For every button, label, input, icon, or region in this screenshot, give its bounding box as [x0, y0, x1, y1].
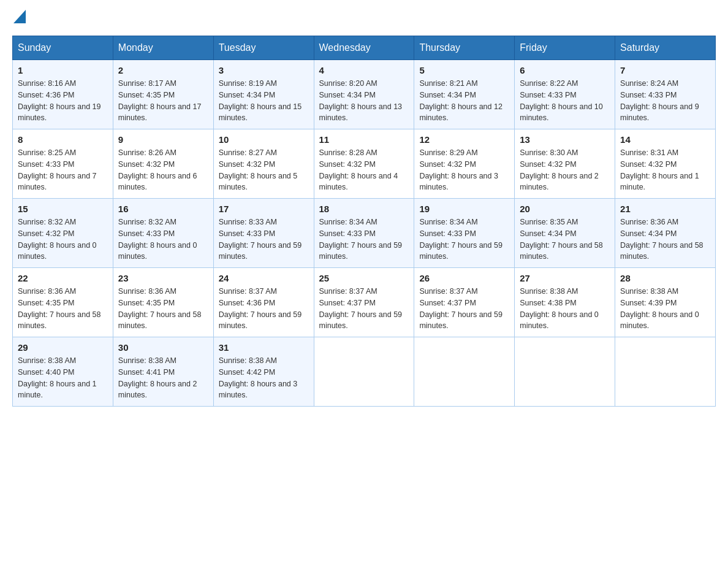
calendar-cell [615, 337, 716, 407]
day-number: 28 [620, 273, 710, 283]
day-number: 4 [319, 65, 409, 75]
weekday-header-friday: Friday [515, 36, 615, 60]
day-number: 25 [319, 273, 409, 283]
logo-triangle-icon [13, 10, 26, 23]
weekday-header-sunday: Sunday [13, 36, 113, 60]
day-info: Sunrise: 8:38 AMSunset: 4:40 PMDaylight:… [18, 355, 108, 401]
calendar-cell: 22Sunrise: 8:36 AMSunset: 4:35 PMDayligh… [13, 268, 113, 337]
calendar-cell: 24Sunrise: 8:37 AMSunset: 4:36 PMDayligh… [213, 268, 314, 337]
logo [12, 12, 26, 23]
week-row: 29Sunrise: 8:38 AMSunset: 4:40 PMDayligh… [13, 337, 716, 407]
day-number: 10 [219, 134, 309, 145]
page-header [12, 12, 716, 23]
day-info: Sunrise: 8:36 AMSunset: 4:34 PMDaylight:… [620, 216, 710, 262]
calendar-cell: 11Sunrise: 8:28 AMSunset: 4:32 PMDayligh… [314, 129, 414, 199]
svg-marker-0 [13, 10, 26, 23]
day-info: Sunrise: 8:37 AMSunset: 4:37 PMDaylight:… [319, 286, 409, 332]
day-number: 26 [419, 273, 509, 283]
day-info: Sunrise: 8:37 AMSunset: 4:37 PMDaylight:… [419, 286, 509, 332]
calendar-cell: 29Sunrise: 8:38 AMSunset: 4:40 PMDayligh… [13, 337, 113, 407]
day-info: Sunrise: 8:27 AMSunset: 4:32 PMDaylight:… [219, 147, 309, 193]
day-info: Sunrise: 8:28 AMSunset: 4:32 PMDaylight:… [319, 147, 409, 193]
day-info: Sunrise: 8:34 AMSunset: 4:33 PMDaylight:… [319, 216, 409, 262]
day-info: Sunrise: 8:20 AMSunset: 4:34 PMDaylight:… [319, 78, 409, 124]
day-info: Sunrise: 8:31 AMSunset: 4:32 PMDaylight:… [620, 147, 710, 193]
calendar-cell: 2Sunrise: 8:17 AMSunset: 4:35 PMDaylight… [113, 60, 213, 129]
day-number: 13 [520, 134, 610, 145]
day-number: 31 [219, 342, 309, 353]
day-number: 14 [620, 134, 710, 145]
day-number: 19 [419, 204, 509, 214]
day-info: Sunrise: 8:37 AMSunset: 4:36 PMDaylight:… [219, 286, 309, 332]
calendar-cell: 14Sunrise: 8:31 AMSunset: 4:32 PMDayligh… [615, 129, 716, 199]
day-number: 15 [18, 204, 108, 214]
calendar-cell: 23Sunrise: 8:36 AMSunset: 4:35 PMDayligh… [113, 268, 213, 337]
calendar-cell: 7Sunrise: 8:24 AMSunset: 4:33 PMDaylight… [615, 60, 716, 129]
day-number: 16 [118, 204, 208, 214]
day-number: 22 [18, 273, 108, 283]
calendar-cell: 9Sunrise: 8:26 AMSunset: 4:32 PMDaylight… [113, 129, 213, 199]
calendar-cell: 17Sunrise: 8:33 AMSunset: 4:33 PMDayligh… [213, 199, 314, 268]
day-info: Sunrise: 8:32 AMSunset: 4:33 PMDaylight:… [118, 216, 208, 262]
day-info: Sunrise: 8:35 AMSunset: 4:34 PMDaylight:… [520, 216, 610, 262]
calendar-table: SundayMondayTuesdayWednesdayThursdayFrid… [12, 36, 716, 407]
day-number: 3 [219, 65, 309, 75]
day-number: 27 [520, 273, 610, 283]
calendar-cell: 31Sunrise: 8:38 AMSunset: 4:42 PMDayligh… [213, 337, 314, 407]
day-number: 6 [520, 65, 610, 75]
day-info: Sunrise: 8:21 AMSunset: 4:34 PMDaylight:… [419, 78, 509, 124]
weekday-header-monday: Monday [113, 36, 213, 60]
calendar-cell: 1Sunrise: 8:16 AMSunset: 4:36 PMDaylight… [13, 60, 113, 129]
weekday-header-saturday: Saturday [615, 36, 716, 60]
calendar-cell: 6Sunrise: 8:22 AMSunset: 4:33 PMDaylight… [515, 60, 615, 129]
calendar-cell: 5Sunrise: 8:21 AMSunset: 4:34 PMDaylight… [414, 60, 515, 129]
week-row: 8Sunrise: 8:25 AMSunset: 4:33 PMDaylight… [13, 129, 716, 199]
weekday-header-row: SundayMondayTuesdayWednesdayThursdayFrid… [13, 36, 716, 60]
calendar-cell: 15Sunrise: 8:32 AMSunset: 4:32 PMDayligh… [13, 199, 113, 268]
calendar-cell: 30Sunrise: 8:38 AMSunset: 4:41 PMDayligh… [113, 337, 213, 407]
day-info: Sunrise: 8:34 AMSunset: 4:33 PMDaylight:… [419, 216, 509, 262]
day-number: 23 [118, 273, 208, 283]
day-number: 8 [18, 134, 108, 145]
day-number: 12 [419, 134, 509, 145]
day-number: 5 [419, 65, 509, 75]
day-number: 9 [118, 134, 208, 145]
week-row: 22Sunrise: 8:36 AMSunset: 4:35 PMDayligh… [13, 268, 716, 337]
day-info: Sunrise: 8:32 AMSunset: 4:32 PMDaylight:… [18, 216, 108, 262]
week-row: 1Sunrise: 8:16 AMSunset: 4:36 PMDaylight… [13, 60, 716, 129]
calendar-cell: 8Sunrise: 8:25 AMSunset: 4:33 PMDaylight… [13, 129, 113, 199]
calendar-cell [314, 337, 414, 407]
day-info: Sunrise: 8:38 AMSunset: 4:38 PMDaylight:… [520, 286, 610, 332]
day-number: 2 [118, 65, 208, 75]
day-info: Sunrise: 8:38 AMSunset: 4:42 PMDaylight:… [219, 355, 309, 401]
calendar-cell: 28Sunrise: 8:38 AMSunset: 4:39 PMDayligh… [615, 268, 716, 337]
day-number: 30 [118, 342, 208, 353]
calendar-cell: 21Sunrise: 8:36 AMSunset: 4:34 PMDayligh… [615, 199, 716, 268]
day-info: Sunrise: 8:30 AMSunset: 4:32 PMDaylight:… [520, 147, 610, 193]
weekday-header-thursday: Thursday [414, 36, 515, 60]
day-number: 24 [219, 273, 309, 283]
calendar-cell: 13Sunrise: 8:30 AMSunset: 4:32 PMDayligh… [515, 129, 615, 199]
weekday-header-tuesday: Tuesday [213, 36, 314, 60]
calendar-cell: 4Sunrise: 8:20 AMSunset: 4:34 PMDaylight… [314, 60, 414, 129]
calendar-cell: 16Sunrise: 8:32 AMSunset: 4:33 PMDayligh… [113, 199, 213, 268]
day-number: 29 [18, 342, 108, 353]
day-number: 17 [219, 204, 309, 214]
calendar-cell [515, 337, 615, 407]
day-number: 18 [319, 204, 409, 214]
calendar-cell: 10Sunrise: 8:27 AMSunset: 4:32 PMDayligh… [213, 129, 314, 199]
day-info: Sunrise: 8:38 AMSunset: 4:39 PMDaylight:… [620, 286, 710, 332]
calendar-cell: 3Sunrise: 8:19 AMSunset: 4:34 PMDaylight… [213, 60, 314, 129]
calendar-cell: 12Sunrise: 8:29 AMSunset: 4:32 PMDayligh… [414, 129, 515, 199]
calendar-cell: 27Sunrise: 8:38 AMSunset: 4:38 PMDayligh… [515, 268, 615, 337]
day-info: Sunrise: 8:26 AMSunset: 4:32 PMDaylight:… [118, 147, 208, 193]
day-number: 21 [620, 204, 710, 214]
day-info: Sunrise: 8:24 AMSunset: 4:33 PMDaylight:… [620, 78, 710, 124]
day-info: Sunrise: 8:22 AMSunset: 4:33 PMDaylight:… [520, 78, 610, 124]
calendar-cell: 19Sunrise: 8:34 AMSunset: 4:33 PMDayligh… [414, 199, 515, 268]
week-row: 15Sunrise: 8:32 AMSunset: 4:32 PMDayligh… [13, 199, 716, 268]
day-info: Sunrise: 8:19 AMSunset: 4:34 PMDaylight:… [219, 78, 309, 124]
calendar-cell: 18Sunrise: 8:34 AMSunset: 4:33 PMDayligh… [314, 199, 414, 268]
calendar-cell [414, 337, 515, 407]
day-number: 7 [620, 65, 710, 75]
